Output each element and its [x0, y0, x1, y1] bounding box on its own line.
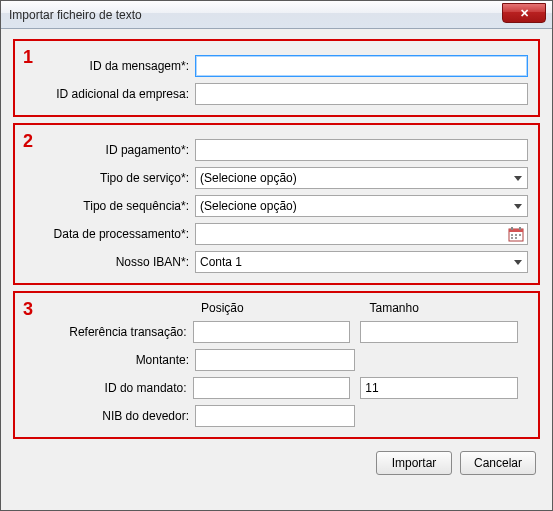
chevron-down-icon	[514, 176, 522, 181]
row-processing-date: Data de processamento*:	[25, 223, 528, 245]
label-debtor-nib: NIB do devedor:	[25, 409, 195, 423]
footer-buttons: Importar Cancelar	[13, 445, 540, 477]
input-amount-pos[interactable]	[195, 349, 355, 371]
label-payment-id: ID pagamento*:	[25, 143, 195, 157]
row-payment-id: ID pagamento*:	[25, 139, 528, 161]
column-headers: Posição Tamanho	[195, 301, 528, 315]
calendar-icon[interactable]	[508, 226, 524, 242]
header-position: Posição	[201, 301, 360, 315]
select-service-type[interactable]: (Selecione opção)	[195, 167, 528, 189]
chevron-down-icon	[514, 260, 522, 265]
row-msg-id: ID da mensagem*:	[25, 55, 528, 77]
titlebar: Importar ficheiro de texto ✕	[1, 1, 552, 29]
svg-rect-5	[515, 234, 517, 236]
row-company-addl-id: ID adicional da empresa:	[25, 83, 528, 105]
svg-rect-2	[511, 227, 513, 230]
import-button[interactable]: Importar	[376, 451, 452, 475]
input-processing-date-wrap	[195, 223, 528, 245]
input-tx-ref-pos[interactable]	[193, 321, 351, 343]
row-our-iban: Nosso IBAN*: Conta 1	[25, 251, 528, 273]
row-debtor-nib: NIB do devedor:	[25, 405, 528, 427]
input-mandate-id-size[interactable]	[360, 377, 518, 399]
group-2: 2 ID pagamento*: Tipo de serviço*: (Sele…	[13, 123, 540, 285]
group-2-number: 2	[23, 131, 33, 152]
input-company-addl-id[interactable]	[195, 83, 528, 105]
select-sequence-type-value: (Selecione opção)	[200, 199, 297, 213]
input-tx-ref-size[interactable]	[360, 321, 518, 343]
input-mandate-id-pos[interactable]	[193, 377, 351, 399]
row-service-type: Tipo de serviço*: (Selecione opção)	[25, 167, 528, 189]
label-mandate-id: ID do mandato:	[25, 381, 193, 395]
label-amount: Montante:	[25, 353, 195, 367]
select-our-iban-value: Conta 1	[200, 255, 242, 269]
label-tx-ref: Referência transação:	[25, 325, 193, 339]
label-company-addl-id: ID adicional da empresa:	[25, 87, 195, 101]
select-service-type-value: (Selecione opção)	[200, 171, 297, 185]
select-sequence-type[interactable]: (Selecione opção)	[195, 195, 528, 217]
row-amount: Montante:	[25, 349, 528, 371]
cancel-button[interactable]: Cancelar	[460, 451, 536, 475]
client-area: 1 ID da mensagem*: ID adicional da empre…	[1, 29, 552, 510]
chevron-down-icon	[514, 204, 522, 209]
label-service-type: Tipo de serviço*:	[25, 171, 195, 185]
svg-rect-4	[511, 234, 513, 236]
row-sequence-type: Tipo de sequência*: (Selecione opção)	[25, 195, 528, 217]
group-3: 3 Posição Tamanho Referência transação: …	[13, 291, 540, 439]
dialog-window: Importar ficheiro de texto ✕ 1 ID da men…	[0, 0, 553, 511]
input-payment-id[interactable]	[195, 139, 528, 161]
header-size: Tamanho	[370, 301, 529, 315]
svg-rect-7	[511, 237, 513, 239]
label-processing-date: Data de processamento*:	[25, 227, 195, 241]
group-3-number: 3	[23, 299, 33, 320]
select-our-iban[interactable]: Conta 1	[195, 251, 528, 273]
input-debtor-nib-pos[interactable]	[195, 405, 355, 427]
group-1: 1 ID da mensagem*: ID adicional da empre…	[13, 39, 540, 117]
close-icon: ✕	[520, 7, 529, 20]
input-processing-date[interactable]	[196, 224, 508, 244]
window-title: Importar ficheiro de texto	[1, 8, 142, 22]
group-1-number: 1	[23, 47, 33, 68]
svg-rect-6	[519, 234, 521, 236]
label-our-iban: Nosso IBAN*:	[25, 255, 195, 269]
svg-rect-8	[515, 237, 517, 239]
row-mandate-id: ID do mandato:	[25, 377, 528, 399]
svg-rect-3	[519, 227, 521, 230]
label-msg-id: ID da mensagem*:	[25, 59, 195, 73]
label-sequence-type: Tipo de sequência*:	[25, 199, 195, 213]
row-tx-ref: Referência transação:	[25, 321, 528, 343]
close-button[interactable]: ✕	[502, 3, 546, 23]
input-msg-id[interactable]	[195, 55, 528, 77]
